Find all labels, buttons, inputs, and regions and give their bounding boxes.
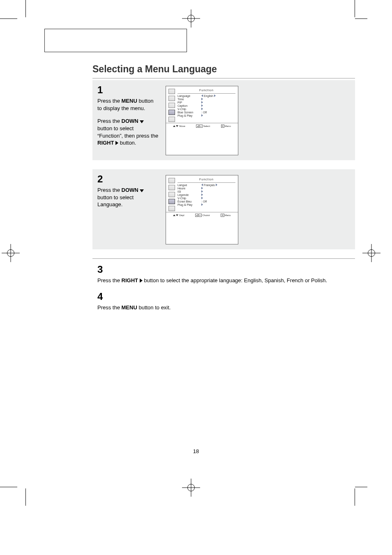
right-arrow-icon bbox=[140, 279, 143, 283]
osd-tab-icon bbox=[168, 117, 175, 122]
right-arrow-icon bbox=[115, 141, 118, 145]
step-1-text-a: Press the MENU button to display the men… bbox=[97, 97, 159, 112]
down-arrow-icon bbox=[140, 189, 144, 192]
osd-screenshot-2: Function Langue Français HeureISILégende… bbox=[166, 175, 238, 244]
osd-tab-icon-selected bbox=[168, 110, 175, 115]
osd-title: Function bbox=[178, 178, 235, 183]
step-number: 4 bbox=[97, 290, 355, 303]
step-1-text-b: Press the DOWN button to select “Functio… bbox=[97, 117, 159, 146]
osd-tab-icon bbox=[168, 103, 175, 108]
osd-list: Langue Français HeureISILégendeV-ChipÉcr… bbox=[178, 184, 235, 206]
osd-tab-icon bbox=[168, 185, 175, 190]
step-4: 4 Press the MENU button to exit. bbox=[97, 290, 355, 311]
osd-title: Function bbox=[178, 89, 235, 94]
osd-screenshot-1: Function Language English TimePIPCaption… bbox=[166, 86, 238, 155]
step-number: 2 bbox=[97, 173, 159, 186]
header-box bbox=[44, 29, 187, 52]
step-number: 3 bbox=[97, 263, 355, 276]
step-number: 1 bbox=[97, 83, 159, 97]
osd-tab-icon bbox=[168, 178, 175, 183]
down-arrow-icon bbox=[140, 120, 144, 123]
osd-tab-icon bbox=[168, 192, 175, 197]
osd-tab-icon bbox=[168, 206, 175, 211]
step-2-panel: 2 Press the DOWN button to select Langua… bbox=[92, 169, 355, 249]
page-number: 18 bbox=[0, 448, 392, 454]
osd-tab-icon-selected bbox=[168, 199, 175, 204]
osd-list: Language English TimePIPCaptionV-ChipBlu… bbox=[178, 94, 235, 117]
step-2-text: Press the DOWN button to select Language… bbox=[97, 187, 159, 208]
page-title: Selecting a Menu Language bbox=[92, 64, 355, 75]
step-3: 3 Press the RIGHT button to select the a… bbox=[97, 263, 355, 284]
osd-tab-icon bbox=[168, 89, 175, 94]
osd-tab-icon bbox=[168, 96, 175, 101]
step-1-panel: 1 Press the MENU button to display the m… bbox=[92, 80, 355, 160]
